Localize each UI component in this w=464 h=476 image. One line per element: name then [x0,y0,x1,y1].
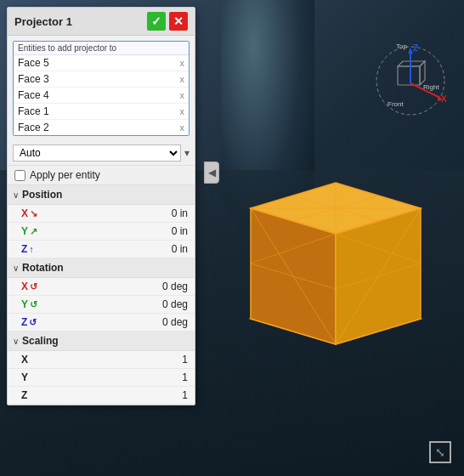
ok-button[interactable]: ✓ [147,12,166,31]
position-z-label: Z ↑ [21,243,42,255]
rotation-x-label: X ↺ [21,280,42,292]
scaling-z-value: 1 [182,389,188,401]
position-x-arrow-icon: ↘ [30,208,37,219]
scaling-section-title: Scaling [22,335,59,347]
entity-row-1: Face 3 x [14,71,189,88]
scaling-chevron-icon: ∨ [13,337,19,346]
position-y-arrow-icon: ↗ [30,226,37,237]
scaling-section-header[interactable]: ∨ Scaling [8,332,195,351]
cube-3d [234,157,438,370]
svg-text:X: X [441,94,447,104]
dropdown-row: Auto Manual None ▾ [8,141,195,166]
gizmo-widget: Z X Top Front Right [371,42,451,119]
scaling-y-label: Y [21,371,42,383]
projector-panel: Projector 1 ✓ ✕ Entities to add projecto… [7,7,195,405]
entity-row-0: Face 5 x [14,55,189,71]
scaling-x-value: 1 [182,354,188,366]
header-buttons: ✓ ✕ [147,12,188,31]
position-y-value: 0 in [172,225,188,237]
panel-title: Projector 1 [14,15,72,28]
scaling-section-content: X 1 Y 1 Z 1 [8,351,195,405]
svg-rect-15 [398,66,420,85]
scaling-z-label: Z [21,389,42,401]
svg-text:Right: Right [423,83,439,91]
position-z-arrow-icon: ↑ [29,244,34,254]
chevron-down-icon: ▾ [184,147,190,159]
rotation-y-arrow-icon: ↺ [30,299,37,310]
entities-box: Entities to add projector to Face 5 x Fa… [13,41,190,136]
apply-per-entity-checkbox[interactable] [14,170,25,181]
rotation-y-row: Y ↺ 0 deg [8,296,195,314]
mode-dropdown[interactable]: Auto Manual None [13,144,181,162]
rotation-z-label: Z ↺ [21,316,42,328]
position-chevron-icon: ∨ [13,190,19,200]
position-section-header[interactable]: ∨ Position [8,185,195,205]
rotation-x-arrow-icon: ↺ [30,281,37,292]
rotation-x-row: X ↺ 0 deg [8,278,195,296]
scaling-x-row: X 1 [8,351,195,369]
scaling-y-row: Y 1 [8,369,195,387]
rotation-section-title: Rotation [22,262,64,274]
resize-icon: ⤡ [429,441,451,463]
svg-text:Top: Top [396,42,407,50]
rotation-x-value: 0 deg [162,280,188,292]
svg-text:Z: Z [413,43,418,53]
entity-row-3: Face 1 x [14,104,189,120]
position-x-row: X ↘ 0 in [8,205,195,223]
entity-row-2: Face 4 x [14,88,189,104]
apply-per-entity-label: Apply per entity [30,169,100,181]
svg-marker-17 [420,61,425,85]
apply-per-entity-row: Apply per entity [8,166,195,185]
position-x-label: X ↘ [21,207,42,219]
scaling-z-row: Z 1 [8,387,195,405]
entity-row-4: Face 2 x [14,120,189,135]
rotation-z-arrow-icon: ↺ [29,317,37,328]
position-y-row: Y ↗ 0 in [8,223,195,241]
position-x-value: 0 in [172,207,188,219]
position-section-content: X ↘ 0 in Y ↗ 0 in Z ↑ 0 in [8,205,195,258]
rotation-section-content: X ↺ 0 deg Y ↺ 0 deg Z ↺ 0 deg [8,278,195,332]
rotation-y-value: 0 deg [162,298,188,310]
cancel-button[interactable]: ✕ [169,12,188,31]
position-y-label: Y ↗ [21,225,42,237]
scaling-x-label: X [21,354,42,366]
rotation-section-header[interactable]: ∨ Rotation [8,258,195,278]
svg-text:Front: Front [388,100,404,108]
collapse-arrow[interactable]: ◀ [204,162,219,184]
scaling-y-value: 1 [182,371,188,383]
rotation-chevron-icon: ∨ [13,264,19,273]
position-z-value: 0 in [172,243,188,255]
rotation-y-label: Y ↺ [21,298,42,310]
panel-header: Projector 1 ✓ ✕ [8,8,195,36]
rotation-z-row: Z ↺ 0 deg [8,314,195,332]
position-section-title: Position [22,189,62,201]
entities-label: Entities to add projector to [14,42,189,55]
position-z-row: Z ↑ 0 in [8,241,195,258]
rotation-z-value: 0 deg [162,316,188,328]
